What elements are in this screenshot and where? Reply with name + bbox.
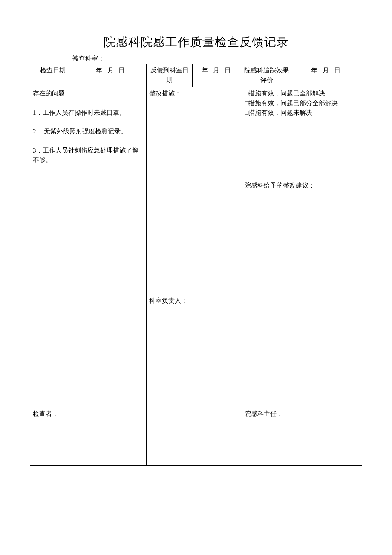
corrective-cell: 整改措施： 科室负责人： bbox=[147, 87, 242, 466]
check-date-label: 检查日期 bbox=[30, 64, 76, 87]
issue-item-1: 1．工作人员在操作时未戴口罩。 bbox=[33, 108, 144, 118]
eval-option-3: □措施有效，问题未解决 bbox=[245, 108, 359, 118]
inspector-label: 检查者： bbox=[33, 409, 58, 419]
dept-head-label: 科室负责人： bbox=[149, 296, 187, 306]
corrective-measures-label: 整改措施： bbox=[149, 89, 239, 98]
header-row: 检查日期 年 月 日 反馈到科室日期 年 月 日 院感科追踪效果评价 年 月 日 bbox=[30, 64, 362, 87]
page-title: 院感科院感工作质量检查反馈记录 bbox=[30, 34, 362, 50]
issue-item-2: 2． 无紫外线照射强度检测记录。 bbox=[33, 127, 144, 136]
feedback-date-value: 年 月 日 bbox=[193, 64, 242, 87]
eval-option-3-text: 措施有效，问题未解决 bbox=[248, 109, 312, 116]
eval-option-2-text: 措施有效，问题已部分全部解决 bbox=[248, 100, 338, 107]
suggestion-label: 院感科给予的整改建议： bbox=[245, 181, 315, 191]
track-eval-value: 年 月 日 bbox=[291, 64, 362, 87]
checkbox-icon: □ bbox=[245, 99, 248, 107]
body-row: 存在的问题 1．工作人员在操作时未戴口罩。 2． 无紫外线照射强度检测记录。 3… bbox=[30, 87, 362, 466]
check-date-value: 年 月 日 bbox=[76, 64, 147, 87]
inspected-dept-label: 被查科室： bbox=[72, 55, 362, 63]
director-label: 院感科主任： bbox=[245, 409, 283, 419]
feedback-form-table: 检查日期 年 月 日 反馈到科室日期 年 月 日 院感科追踪效果评价 年 月 日… bbox=[30, 64, 362, 466]
issues-heading: 存在的问题 bbox=[33, 89, 144, 98]
issue-item-3: 3．工作人员针刺伤应急处理措施了解不够。 bbox=[33, 146, 144, 165]
evaluation-cell: □措施有效，问题已全部解决 □措施有效，问题已部分全部解决 □措施有效，问题未解… bbox=[242, 87, 362, 466]
issues-cell: 存在的问题 1．工作人员在操作时未戴口罩。 2． 无紫外线照射强度检测记录。 3… bbox=[30, 87, 147, 466]
eval-option-1: □措施有效，问题已全部解决 bbox=[245, 89, 359, 98]
eval-option-1-text: 措施有效，问题已全部解决 bbox=[248, 90, 325, 97]
checkbox-icon: □ bbox=[245, 109, 248, 116]
eval-option-2: □措施有效，问题已部分全部解决 bbox=[245, 98, 359, 108]
checkbox-icon: □ bbox=[245, 90, 248, 97]
feedback-date-label: 反馈到科室日期 bbox=[147, 64, 193, 87]
track-eval-label: 院感科追踪效果评价 bbox=[242, 64, 291, 87]
